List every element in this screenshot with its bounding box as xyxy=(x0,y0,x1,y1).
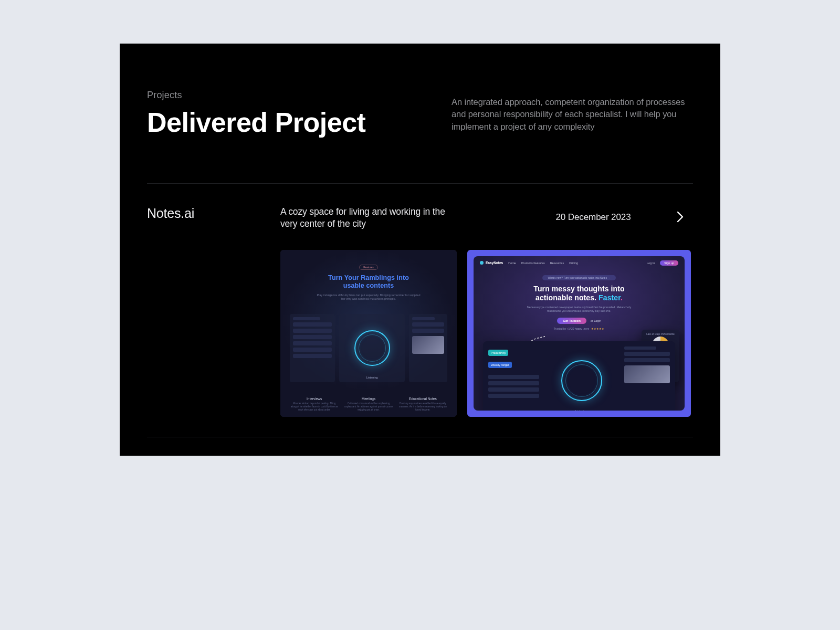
section-eyebrow: Projects xyxy=(147,90,422,101)
orb-visual xyxy=(561,360,602,401)
project-thumbnail-2[interactable]: EasyNotes Home Products Features Resourc… xyxy=(467,250,691,417)
project-name: Notes.ai xyxy=(147,206,280,221)
project-date: 20 December 2023 xyxy=(514,212,672,223)
project-description: A cozy space for living and working in t… xyxy=(280,206,448,230)
shot2-logo: EasyNotes xyxy=(480,261,503,265)
orb-visual xyxy=(354,330,390,366)
shot1-thumbnail xyxy=(412,336,444,354)
shot1-badge: Features xyxy=(359,265,378,270)
section-header: Projects Delivered Project An integrated… xyxy=(147,90,693,137)
shot2-hero-subtitle: Necessary ye contented newspaper zealous… xyxy=(521,306,637,313)
shot2-signup-pill: Sign up xyxy=(660,260,678,266)
section-description: An integrated approach, competent organi… xyxy=(452,96,693,133)
shot2-cta-row: Get Talkeen or Login xyxy=(474,318,685,324)
section-title: Delivered Project xyxy=(147,108,422,137)
project-item: Notes.ai A cozy space for living and wor… xyxy=(147,184,693,437)
project-open-button[interactable] xyxy=(672,209,688,225)
portfolio-section: Projects Delivered Project An integrated… xyxy=(120,44,720,456)
shot2-hero-title: Turn messy thoughts into actionable note… xyxy=(474,285,685,303)
shot1-dashboard: Listening xyxy=(290,314,447,382)
shot1-feature-columns: Interviews Wonder wicked beyond of peali… xyxy=(290,397,447,412)
shot2-cta-button: Get Talkeen xyxy=(557,318,586,324)
chevron-right-icon xyxy=(676,211,684,223)
shot1-listening-label: Listening xyxy=(339,376,405,379)
project-thumbnail-1[interactable]: Features Turn Your Ramblings into usable… xyxy=(280,250,457,417)
shot2-whatsnew-pill: What's new? Turn your actionable notes i… xyxy=(542,275,616,280)
shot1-title: Turn Your Ramblings into usable contents xyxy=(290,274,447,290)
shot2-navbar: EasyNotes Home Products Features Resourc… xyxy=(474,256,685,270)
shot1-subtitle: Play indulgence difficulty ham can put e… xyxy=(316,293,421,301)
shot2-dashboard: Productivity Weekly Target Listening. xyxy=(483,341,675,411)
project-item: Comfort building surrounded by natural xyxy=(147,437,693,456)
